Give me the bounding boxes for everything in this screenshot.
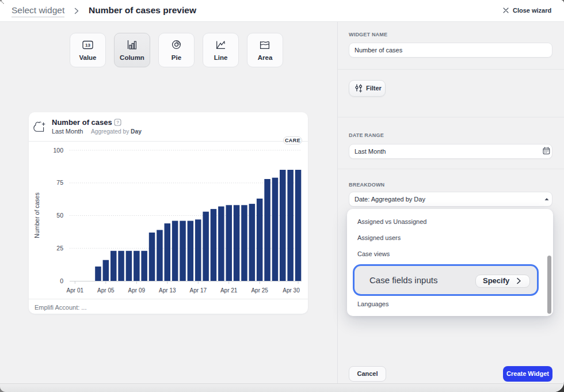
svg-text:Apr 25: Apr 25 <box>251 287 268 294</box>
svg-text:100: 100 <box>53 147 63 154</box>
svg-text:Apr 21: Apr 21 <box>220 287 238 294</box>
svg-text:?: ? <box>116 120 119 125</box>
svg-text:50: 50 <box>56 212 63 219</box>
svg-text:Apr 30: Apr 30 <box>283 287 300 294</box>
svg-text:13: 13 <box>85 43 90 48</box>
svg-text:Apr 05: Apr 05 <box>97 287 115 294</box>
svg-text:75: 75 <box>56 179 63 186</box>
svg-text:Apr 01: Apr 01 <box>67 287 84 294</box>
svg-text:Apr 13: Apr 13 <box>159 287 176 294</box>
svg-text:Apr 17: Apr 17 <box>190 287 207 294</box>
svg-text:0: 0 <box>60 277 63 284</box>
svg-text:Apr 09: Apr 09 <box>128 287 146 294</box>
svg-text:Number of cases: Number of cases <box>33 192 40 238</box>
svg-text:25: 25 <box>56 245 63 252</box>
